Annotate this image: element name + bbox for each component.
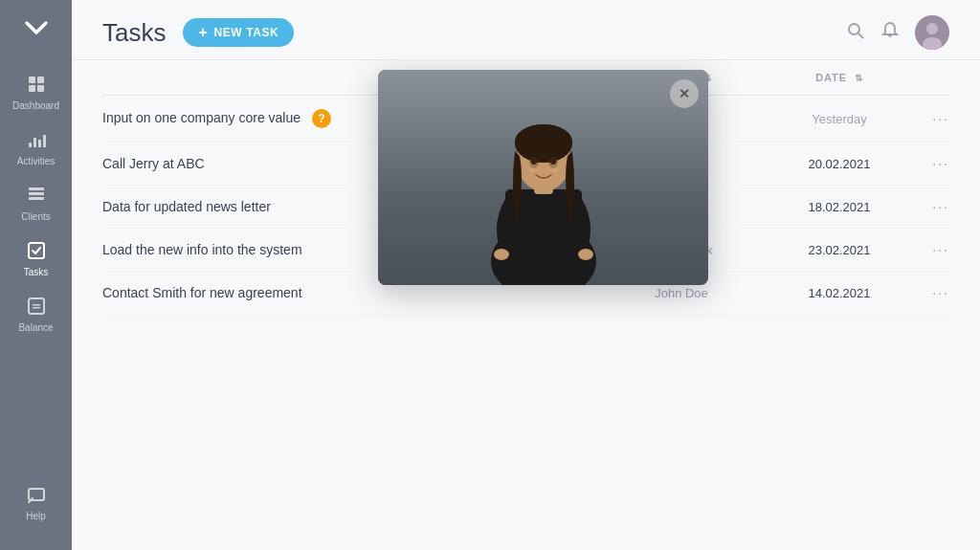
svg-rect-1 (37, 77, 44, 83)
task-date: Yesterday (768, 112, 911, 126)
sidebar-item-activities[interactable]: Activities (0, 121, 72, 176)
svg-rect-6 (38, 140, 41, 147)
sidebar-item-label: Clients (21, 211, 51, 222)
svg-rect-10 (29, 197, 44, 200)
header-right (846, 15, 949, 50)
svg-rect-14 (33, 307, 40, 309)
video-close-button[interactable]: ✕ (670, 79, 699, 108)
task-actions-menu[interactable]: ··· (911, 242, 949, 257)
svg-point-30 (530, 157, 537, 165)
task-actions-menu[interactable]: ··· (911, 199, 949, 214)
svg-point-31 (549, 157, 556, 165)
sidebar-item-label: Activities (17, 156, 55, 166)
page-header: Tasks + NEW TASK (72, 0, 980, 60)
svg-point-26 (494, 249, 509, 260)
page-title: Tasks (102, 18, 166, 48)
task-name: Contact Smith for new agreement (102, 285, 595, 300)
svg-rect-4 (29, 143, 32, 147)
svg-rect-3 (37, 85, 44, 92)
plus-icon: + (198, 24, 208, 41)
sidebar-item-dashboard[interactable]: Dashboard (0, 65, 72, 121)
svg-rect-9 (29, 192, 44, 195)
svg-point-33 (552, 169, 558, 172)
sidebar-item-label: Tasks (24, 267, 49, 277)
search-icon[interactable] (846, 21, 865, 45)
activities-icon (27, 130, 46, 152)
new-task-button[interactable]: + NEW TASK (183, 18, 294, 47)
sidebar-item-help[interactable]: Help (0, 475, 72, 531)
tasks-icon (27, 241, 46, 263)
sidebar-item-label: Balance (18, 322, 53, 333)
task-actions-menu[interactable]: ··· (911, 111, 949, 126)
close-icon: ✕ (679, 86, 690, 101)
date-sort-icon[interactable]: ⇅ (855, 73, 863, 83)
th-date: DATE ⇅ (768, 72, 911, 83)
task-date: 18.02.2021 (768, 200, 911, 214)
svg-point-18 (926, 23, 938, 34)
svg-point-27 (578, 249, 593, 260)
date-column-label: DATE (815, 72, 847, 83)
header-left: Tasks + NEW TASK (102, 18, 294, 48)
sidebar-item-balance[interactable]: Balance (0, 287, 72, 342)
video-content: ✕ (378, 70, 708, 285)
clients-icon (27, 186, 46, 208)
svg-rect-5 (33, 138, 36, 147)
svg-rect-13 (33, 304, 40, 306)
sidebar-item-label: Help (26, 511, 46, 521)
bell-icon[interactable] (880, 21, 900, 45)
sidebar: Dashboard Activities Clients (0, 0, 72, 550)
sidebar-item-clients[interactable]: Clients (0, 176, 72, 231)
task-date: 14.02.2021 (768, 286, 911, 300)
main-content: Tasks + NEW TASK (72, 0, 980, 550)
help-icon (27, 485, 46, 507)
task-date: 23.02.2021 (768, 243, 911, 257)
new-task-label: NEW TASK (213, 26, 278, 39)
dashboard-icon (27, 75, 46, 97)
task-badge: ? (312, 109, 331, 128)
svg-rect-2 (29, 85, 35, 92)
person-silhouette (477, 94, 611, 285)
svg-rect-12 (29, 298, 44, 314)
svg-rect-7 (43, 135, 46, 147)
svg-point-25 (515, 124, 572, 159)
sidebar-item-tasks[interactable]: Tasks (0, 231, 72, 287)
svg-rect-8 (29, 187, 44, 190)
avatar[interactable] (915, 15, 949, 50)
task-text: Input on one company core value (102, 110, 301, 125)
sidebar-item-label: Dashboard (12, 100, 59, 111)
svg-rect-11 (29, 243, 44, 258)
svg-rect-0 (29, 77, 35, 83)
logo[interactable] (19, 11, 54, 46)
task-owner: John Doe (595, 286, 768, 300)
task-actions-menu[interactable]: ··· (911, 285, 949, 300)
balance-icon (27, 297, 46, 319)
task-date: 20.02.2021 (768, 157, 911, 171)
task-actions-menu[interactable]: ··· (911, 156, 949, 171)
video-overlay: ✕ (378, 70, 708, 285)
tasks-table-area: OWNER ⇅ DATE ⇅ Input on one company core… (72, 60, 980, 550)
svg-point-32 (529, 169, 535, 172)
